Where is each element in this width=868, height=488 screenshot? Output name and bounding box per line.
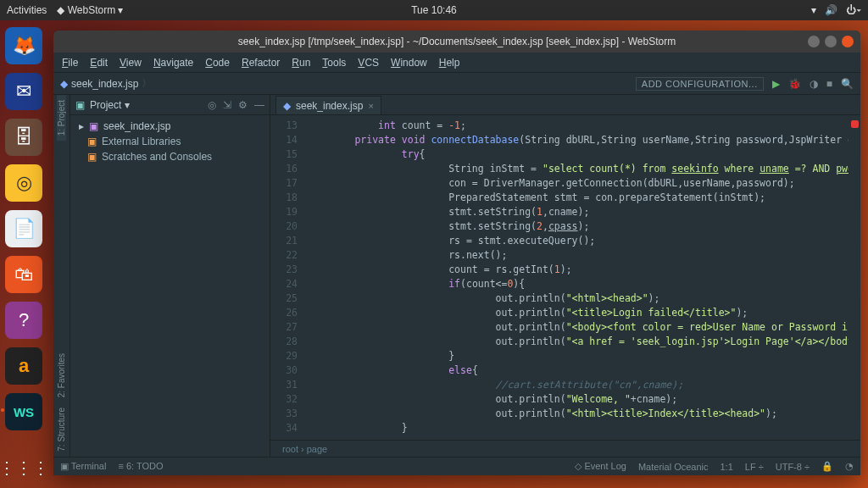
navigation-bar: ◆ seek_index.jsp 〉 ADD CONFIGURATION... … (53, 73, 860, 95)
tree-item[interactable]: ▣ External Libraries (75, 134, 264, 149)
run-with-coverage-icon[interactable]: ◑ (810, 78, 818, 90)
window-close-button[interactable] (842, 36, 854, 47)
line-ending[interactable]: LF ÷ (745, 462, 764, 472)
dock-rhythmbox[interactable]: ◎ (5, 164, 42, 202)
app-menu[interactable]: ◆ WebStorm ▾ (57, 4, 123, 16)
theme-indicator[interactable]: Material Oceanic (638, 462, 709, 472)
project-view-selector[interactable]: Project ▾ (90, 99, 130, 111)
menu-refactor[interactable]: Refactor (242, 57, 280, 69)
event-log-button[interactable]: ◇ Event Log (575, 461, 626, 472)
collapse-icon[interactable]: ⇲ (223, 99, 231, 111)
dock-thunderbird[interactable]: ✉ (5, 73, 42, 110)
dock-writer[interactable]: 📄 (5, 210, 42, 247)
network-icon[interactable]: ▾ (811, 4, 816, 16)
readonly-lock-icon[interactable]: 🔒 (821, 461, 833, 472)
jsp-file-icon: ◆ (60, 78, 68, 90)
menu-run[interactable]: Run (292, 57, 310, 69)
folder-icon: ▣ (75, 99, 85, 111)
dock-amazon[interactable]: a (5, 347, 42, 385)
code-editor[interactable]: 13 14 15 16 17 18 19 20 21 22 23 24 25 2… (270, 115, 860, 440)
webstorm-icon: ◆ (57, 4, 64, 16)
breadcrumb-root[interactable]: ◆ seek_index.jsp 〉 (60, 76, 152, 91)
project-toolwindow: ▣ Project ▾ ◎ ⇲ ⚙ — ▸ ▣ seek_index.jsp▣ … (70, 95, 270, 457)
desktop-topbar: Activities ◆ WebStorm ▾ Tue 10:46 ▾ 🔊 ⏻▾ (0, 0, 868, 20)
dock-files[interactable]: 🗄 (5, 119, 42, 156)
editor-area: ◆ seek_index.jsp × 13 14 15 16 17 18 19 … (270, 95, 860, 457)
left-tool-strip: 1: Project 2: Favorites 7: Structure (53, 95, 70, 457)
toolwindow-favorites[interactable]: 2: Favorites (57, 348, 66, 402)
dock: 🦊 ✉ 🗄 ◎ 📄 🛍 ? a WS ⋮⋮⋮ (0, 20, 47, 488)
toolwindow-terminal[interactable]: ▣ Terminal (60, 461, 106, 472)
toolwindow-project[interactable]: 1: Project (57, 95, 66, 141)
activities-button[interactable]: Activities (7, 4, 47, 16)
menu-view[interactable]: View (120, 57, 142, 69)
run-icon[interactable]: ▶ (772, 78, 780, 90)
tree-item[interactable]: ▸ ▣ seek_index.jsp (75, 119, 264, 134)
debug-icon[interactable]: 🐞 (788, 78, 801, 90)
menu-tools[interactable]: Tools (322, 57, 346, 69)
stop-icon[interactable]: ■ (826, 78, 832, 90)
toolwindow-structure[interactable]: 7: Structure (57, 402, 66, 457)
editor-tab[interactable]: ◆ seek_index.jsp × (275, 96, 381, 114)
dock-software[interactable]: 🛍 (5, 256, 42, 293)
menu-bar: FileEditViewNavigateCodeRefactorRunTools… (53, 53, 860, 73)
locate-icon[interactable]: ◎ (208, 99, 216, 111)
dock-show-apps[interactable]: ⋮⋮⋮ (0, 458, 49, 478)
window-min-button[interactable] (808, 36, 820, 47)
editor-tabs: ◆ seek_index.jsp × (270, 95, 860, 115)
menu-edit[interactable]: Edit (90, 57, 108, 69)
dock-firefox[interactable]: 🦊 (5, 27, 42, 64)
window-title: seek_index.jsp [/tmp/seek_index.jsp] - ~… (238, 36, 676, 47)
ide-window: seek_index.jsp [/tmp/seek_index.jsp] - ~… (53, 30, 860, 475)
caret-position[interactable]: 1:1 (721, 462, 733, 472)
menu-code[interactable]: Code (205, 57, 230, 69)
menu-help[interactable]: Help (439, 57, 460, 69)
menu-navigate[interactable]: Navigate (153, 57, 193, 69)
tree-item[interactable]: ▣ Scratches and Consoles (75, 149, 264, 164)
main-area: 1: Project 2: Favorites 7: Structure ▣ P… (53, 95, 860, 457)
encoding[interactable]: UTF-8 ÷ (776, 462, 810, 472)
hide-panel-icon[interactable]: — (254, 99, 264, 111)
search-everywhere-icon[interactable]: 🔍 (841, 78, 854, 90)
close-tab-icon[interactable]: × (368, 101, 373, 111)
menu-file[interactable]: File (62, 57, 78, 69)
status-bar: ▣ Terminal ≡ 6: TODO ◇ Event Log Materia… (53, 457, 860, 475)
window-max-button[interactable] (825, 36, 837, 47)
editor-breadcrumb[interactable]: root › page (270, 440, 860, 457)
add-configuration-button[interactable]: ADD CONFIGURATION... (636, 77, 764, 91)
chevron-right-icon: 〉 (142, 76, 152, 91)
line-gutter: 13 14 15 16 17 18 19 20 21 22 23 24 25 2… (270, 115, 303, 440)
error-stripe[interactable] (849, 115, 860, 440)
menu-vcs[interactable]: VCS (358, 57, 379, 69)
window-titlebar[interactable]: seek_index.jsp [/tmp/seek_index.jsp] - ~… (53, 30, 860, 53)
volume-icon[interactable]: 🔊 (825, 4, 837, 16)
error-marker[interactable] (851, 120, 859, 128)
power-icon[interactable]: ⏻▾ (846, 4, 861, 16)
jsp-file-icon: ◆ (283, 100, 291, 112)
menu-window[interactable]: Window (391, 57, 427, 69)
clock[interactable]: Tue 10:46 (411, 4, 457, 16)
misc-status-icon[interactable]: ◔ (845, 461, 854, 472)
dock-webstorm[interactable]: WS (5, 393, 42, 430)
toolwindow-todo[interactable]: ≡ 6: TODO (118, 461, 163, 472)
gear-icon[interactable]: ⚙ (238, 99, 248, 111)
dock-help[interactable]: ? (5, 302, 42, 339)
